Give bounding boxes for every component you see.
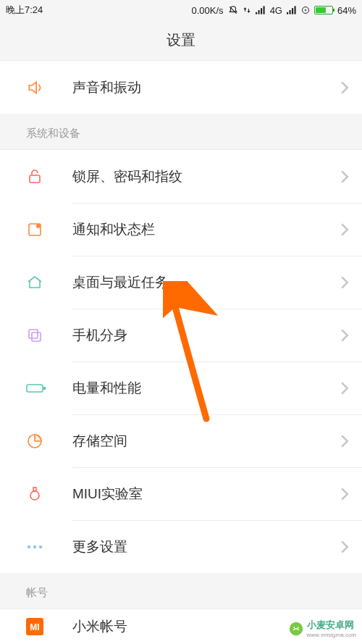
status-bar: 晚上7:24 0.00K/s 4G 64% — [0, 0, 362, 20]
section-account: MI 小米帐号 — [0, 609, 362, 644]
row-label: 存储空间 — [72, 432, 340, 451]
battery-percent: 64% — [337, 5, 356, 16]
row-label: 小米帐号 — [72, 617, 349, 636]
lock-icon — [26, 168, 72, 185]
home-icon — [26, 274, 72, 291]
row-mi-account[interactable]: MI 小米帐号 — [0, 609, 362, 644]
mi-icon: MI — [26, 618, 72, 635]
sound-icon — [26, 78, 72, 97]
battery-icon — [314, 6, 333, 14]
row-lockscreen[interactable]: 锁屏、密码和指纹 — [0, 150, 362, 203]
svg-rect-19 — [33, 488, 36, 491]
section-title-account: 帐号 — [0, 573, 362, 609]
signal-icon-1 — [256, 6, 266, 14]
row-label: 桌面与最近任务 — [72, 273, 340, 292]
svg-rect-5 — [287, 12, 288, 14]
row-label: 手机分身 — [72, 326, 340, 345]
row-label: 电量和性能 — [72, 379, 340, 398]
svg-rect-16 — [43, 387, 46, 390]
row-label: 声音和振动 — [72, 78, 340, 97]
row-label: 更多设置 — [72, 538, 340, 556]
net-type: 4G — [270, 5, 282, 16]
chevron-right-icon — [340, 170, 349, 183]
svg-rect-14 — [32, 333, 41, 341]
status-time: 晚上7:24 — [6, 4, 43, 17]
svg-rect-4 — [263, 6, 264, 14]
storage-icon — [26, 432, 72, 450]
row-more-settings[interactable]: 更多设置 — [0, 520, 362, 573]
svg-rect-10 — [30, 175, 40, 183]
chevron-right-icon — [340, 540, 349, 553]
signal-icon-2 — [287, 6, 297, 14]
charging-icon — [301, 6, 310, 14]
svg-point-12 — [36, 224, 41, 228]
chevron-right-icon — [340, 276, 349, 289]
row-desktop-recent[interactable]: 桌面与最近任务 — [0, 256, 362, 309]
notification-icon — [26, 221, 72, 238]
lab-icon — [26, 485, 72, 503]
chevron-right-icon — [340, 435, 349, 448]
chevron-right-icon — [340, 488, 349, 501]
clone-icon — [26, 327, 72, 344]
row-storage[interactable]: 存储空间 — [0, 414, 362, 467]
battery-icon — [26, 381, 72, 396]
svg-point-22 — [39, 545, 42, 548]
svg-rect-8 — [294, 6, 295, 14]
svg-point-20 — [28, 545, 30, 548]
svg-rect-1 — [256, 12, 257, 14]
mute-icon — [228, 5, 238, 15]
section-system: 锁屏、密码和指纹 通知和状态栏 桌面与最近任务 手机分身 电量和性能 — [0, 149, 362, 573]
chevron-right-icon — [340, 382, 349, 395]
net-speed: 0.00K/s — [192, 5, 224, 16]
page-title: 设置 — [167, 30, 195, 50]
chevron-right-icon — [340, 223, 349, 236]
data-arrows-icon — [243, 6, 251, 14]
chevron-right-icon — [340, 81, 349, 94]
status-right: 0.00K/s 4G 64% — [43, 5, 356, 16]
row-label: MIUI实验室 — [72, 485, 340, 503]
svg-text:MI: MI — [30, 622, 39, 632]
row-label: 通知和状态栏 — [72, 220, 340, 239]
svg-point-18 — [30, 491, 39, 500]
chevron-right-icon — [340, 329, 349, 342]
row-miui-lab[interactable]: MIUI实验室 — [0, 467, 362, 520]
row-notifications[interactable]: 通知和状态栏 — [0, 203, 362, 256]
row-label: 锁屏、密码和指纹 — [72, 167, 340, 186]
svg-rect-13 — [29, 330, 38, 338]
svg-rect-6 — [289, 10, 290, 14]
section-title-system: 系统和设备 — [0, 114, 362, 149]
svg-rect-2 — [258, 10, 259, 14]
svg-point-21 — [33, 545, 36, 548]
svg-rect-3 — [261, 8, 262, 14]
page-header: 设置 — [0, 20, 362, 61]
row-battery-perf[interactable]: 电量和性能 — [0, 361, 362, 414]
top-section: 声音和振动 — [0, 61, 362, 114]
svg-rect-15 — [27, 385, 43, 392]
svg-rect-7 — [292, 8, 293, 14]
row-sound-vibration[interactable]: 声音和振动 — [0, 61, 362, 114]
more-icon — [26, 544, 72, 550]
row-second-space[interactable]: 手机分身 — [0, 309, 362, 361]
